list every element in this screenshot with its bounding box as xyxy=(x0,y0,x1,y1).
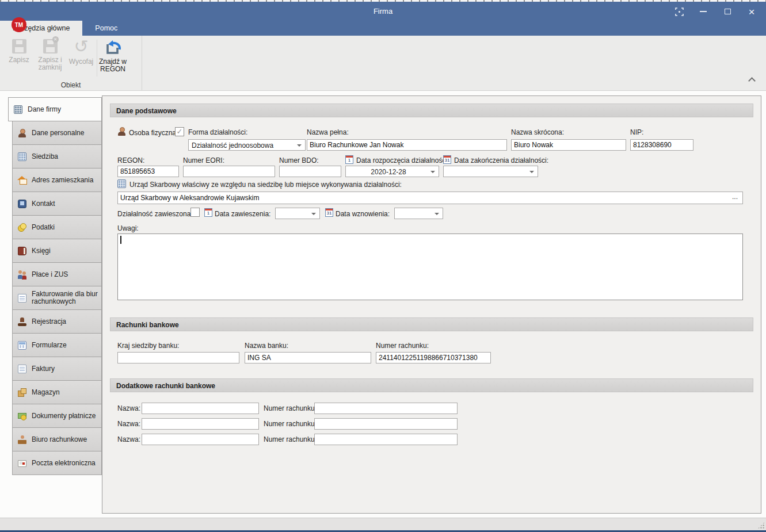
urzad-skarbowy-input[interactable] xyxy=(117,192,743,204)
headquarters-icon xyxy=(18,152,26,161)
find-in-regon-button[interactable]: Znajdź w REGON xyxy=(97,36,128,81)
find-in-regon-icon xyxy=(105,39,121,55)
osoba-fizyczna-label: Osoba fizyczna: xyxy=(129,129,178,137)
dodatkowy-rachunek-nazwa-input[interactable] xyxy=(142,434,259,445)
forma-dzialalnosci-label: Forma działalności: xyxy=(188,128,247,136)
nazwa-skrocona-input[interactable] xyxy=(511,139,626,151)
save-button[interactable]: Zapisz xyxy=(3,36,35,81)
dzialalnosc-zawieszona-checkbox[interactable] xyxy=(190,208,200,217)
numer-eori-label: Numer EORI: xyxy=(183,156,224,164)
sidebar-item-adres-zamieszkania[interactable]: Adres zamieszkania xyxy=(12,168,102,192)
kraj-siedziby-banku-label: Kraj siedziby banku: xyxy=(117,342,179,350)
payment-documents-icon xyxy=(18,412,26,420)
status-bar xyxy=(0,518,766,530)
data-zakonczenia-label: Data zakończenia działalności: xyxy=(454,156,548,164)
kraj-siedziby-banku-input[interactable] xyxy=(117,352,239,363)
sidebar-item-fakturowanie-dla-biur[interactable]: Fakturowanie dla biur rachunkowych xyxy=(12,286,102,310)
nazwa-label: Nazwa: xyxy=(117,435,140,443)
browse-tax-office-button[interactable]: ... xyxy=(729,193,741,201)
accounting-office-icon xyxy=(18,435,26,444)
sidebar-item-place-i-zus[interactable]: Płace i ZUS xyxy=(12,262,102,286)
data-zakonczenia-dropdown[interactable] xyxy=(443,166,538,177)
dodatkowy-rachunek-numer-input[interactable] xyxy=(314,434,458,445)
undo-button[interactable]: Wycofaj xyxy=(66,36,97,81)
urzad-skarbowy-label: Urząd Skarbowy właściwy ze względu na si… xyxy=(129,181,402,189)
forma-dzialalnosci-dropdown[interactable]: Działalność jednoosobowa xyxy=(188,139,306,151)
sidebar-item-magazyn[interactable]: Magazyn xyxy=(12,380,102,404)
minimize-icon xyxy=(700,11,707,12)
numer-rachunku-label: Numer rachunku: xyxy=(264,404,317,412)
email-icon xyxy=(18,460,26,467)
company-icon xyxy=(14,105,22,114)
sidebar-item-ksiegi[interactable]: Księgi xyxy=(12,239,102,263)
section-title: Rachunki bankowe xyxy=(110,317,753,331)
osoba-fizyczna-checkbox[interactable] xyxy=(175,127,184,136)
sidebar-item-faktury[interactable]: Faktury xyxy=(12,357,102,381)
books-icon xyxy=(18,247,26,255)
nazwa-skrocona-label: Nazwa skrócona: xyxy=(511,128,564,136)
resize-grip[interactable] xyxy=(757,522,765,529)
data-wznowienia-dropdown[interactable] xyxy=(394,208,443,219)
dodatkowy-rachunek-numer-input[interactable] xyxy=(314,418,458,430)
content-area: Dane firmy Dane personalne Siedziba Adre… xyxy=(0,91,766,518)
focus-mode-button[interactable] xyxy=(669,4,689,19)
collapse-ribbon-icon[interactable] xyxy=(748,77,756,85)
nip-input[interactable] xyxy=(630,139,693,151)
sidebar-item-dane-personalne[interactable]: Dane personalne xyxy=(12,121,102,145)
dodatkowy-rachunek-numer-input[interactable] xyxy=(314,403,458,414)
ribbon-tab-row: TM Narzędzia główne Pomoc xyxy=(0,21,766,36)
dodatkowy-rachunek-nazwa-input[interactable] xyxy=(142,418,259,430)
undo-icon xyxy=(73,39,90,55)
maximize-button[interactable] xyxy=(718,4,737,19)
app-logo[interactable]: TM xyxy=(12,17,26,32)
sidebar-item-biuro-rachunkowe[interactable]: Biuro rachunkowe xyxy=(12,427,102,451)
nazwa-label: Nazwa: xyxy=(117,404,140,412)
section-title: Dodatkowe rachunki bankowe xyxy=(110,378,753,392)
data-rozpoczecia-dropdown[interactable]: 2020-12-28 xyxy=(345,166,439,177)
save-icon xyxy=(12,39,26,53)
ribbon-group-obiekt: Zapisz ✕ Zapisz i zamknij Wycofaj xyxy=(0,36,142,91)
tax-office-icon xyxy=(117,179,126,188)
forms-icon xyxy=(18,341,26,350)
nazwa-banku-input[interactable] xyxy=(245,352,371,363)
save-and-close-button[interactable]: ✕ Zapisz i zamknij xyxy=(35,36,66,81)
title-bar: Firma xyxy=(0,2,766,21)
regon-input[interactable] xyxy=(117,166,179,177)
sidebar-item-poczta-elektroniczna[interactable]: Poczta elektroniczna xyxy=(12,451,102,475)
sidebar-item-kontakt[interactable]: Kontakt xyxy=(12,192,102,216)
nazwa-banku-label: Nazwa banku: xyxy=(245,342,288,350)
uwagi-textarea[interactable] xyxy=(117,234,743,300)
data-wznowienia-label: Data wznowienia: xyxy=(336,210,390,218)
text-cursor xyxy=(120,236,121,244)
data-rozpoczecia-label: Data rozpoczęcia działalności: xyxy=(356,156,449,164)
sidebar-item-formularze[interactable]: Formularze xyxy=(12,333,102,357)
registration-icon xyxy=(18,317,26,326)
section-dane-podstawowe: Dane podstawowe Osoba fizyczna: Forma dz… xyxy=(110,104,753,313)
nazwa-pelna-input[interactable] xyxy=(307,139,507,151)
data-zawieszenia-dropdown[interactable] xyxy=(275,208,320,219)
sidebar-item-podatki[interactable]: Podatki xyxy=(12,215,102,239)
tab-pomoc[interactable]: Pomoc xyxy=(82,21,130,36)
section-rachunki-bankowe: Rachunki bankowe Kraj siedziby banku: Na… xyxy=(110,317,753,371)
chevron-down-icon xyxy=(311,213,316,215)
numer-bdo-input[interactable] xyxy=(279,166,341,177)
numer-eori-input[interactable] xyxy=(183,166,275,177)
minimize-button[interactable] xyxy=(693,4,713,19)
numer-rachunku-label: Numer rachunku: xyxy=(264,420,317,428)
calendar-day1-icon: 1 xyxy=(345,155,353,164)
numer-rachunku-input[interactable] xyxy=(376,352,491,363)
sidebar-item-siedziba[interactable]: Siedziba xyxy=(12,144,102,169)
close-button[interactable] xyxy=(742,4,761,19)
nazwa-label: Nazwa: xyxy=(117,420,140,428)
sidebar-item-dokumenty-platnicze[interactable]: Dokumenty płatnicze xyxy=(12,404,102,428)
ribbon-group-label: Obiekt xyxy=(0,81,142,89)
sidebar-item-rejestracja[interactable]: Rejestracja xyxy=(12,309,102,334)
chevron-down-icon xyxy=(430,171,435,173)
ribbon: Zapisz ✕ Zapisz i zamknij Wycofaj xyxy=(0,36,766,91)
dzialalnosc-zawieszona-label: Działalność zawieszona: xyxy=(117,210,193,218)
sidebar-item-dane-firmy[interactable]: Dane firmy xyxy=(8,97,102,121)
nip-label: NIP: xyxy=(630,128,643,136)
taxes-icon xyxy=(18,223,26,232)
dodatkowy-rachunek-nazwa-input[interactable] xyxy=(142,403,259,414)
data-zawieszenia-label: Data zawieszenia: xyxy=(215,210,270,218)
